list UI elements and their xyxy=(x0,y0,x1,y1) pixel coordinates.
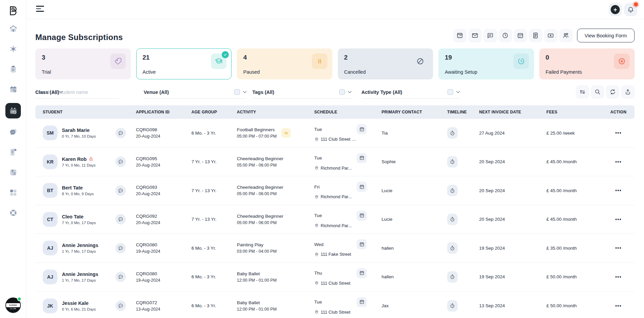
timeline-icon[interactable] xyxy=(447,156,458,168)
sidebar-item-apps[interactable] xyxy=(5,186,21,199)
payment-icon[interactable] xyxy=(544,29,558,42)
sidebar-item-invoices[interactable] xyxy=(5,146,21,159)
filter-dropdown[interactable]: Class (All) xyxy=(35,86,63,99)
add-button[interactable]: + xyxy=(609,3,622,16)
row-actions-button[interactable]: ••• xyxy=(615,130,621,136)
application-id: CQRG072 xyxy=(136,300,187,305)
clock-icon[interactable] xyxy=(499,29,512,42)
sidebar-item-help[interactable] xyxy=(5,206,21,219)
sidebar-item-registers[interactable] xyxy=(5,63,21,76)
filter-checkbox[interactable] xyxy=(448,89,453,95)
user-avatar[interactable]: SUPER CLUB xyxy=(5,297,21,313)
refresh-icon[interactable] xyxy=(606,85,619,99)
chat-icon[interactable] xyxy=(115,156,126,167)
row-actions-button[interactable]: ••• xyxy=(615,217,621,222)
timeline-icon[interactable] xyxy=(447,185,458,196)
table-row: BT Bert Tate 8 Yr, 0 Mo, 9 Days CQRG0932… xyxy=(35,176,635,205)
row-actions-button[interactable]: ••• xyxy=(615,274,621,280)
timeline-icon[interactable] xyxy=(447,214,458,225)
transfer-icon[interactable] xyxy=(576,85,589,99)
avatar-initials: JK xyxy=(47,303,53,309)
stat-card[interactable]: 2 Cancelled xyxy=(338,48,433,79)
sidebar-item-home[interactable] xyxy=(5,22,21,35)
schedule-calendar-icon[interactable] xyxy=(357,124,367,134)
tag-icon xyxy=(114,57,122,65)
invoice-list-icon[interactable] xyxy=(529,29,542,42)
stat-card[interactable]: 19 Awaiting Setup xyxy=(438,48,534,79)
primary-contact: Tia xyxy=(377,131,442,136)
clipboard-icon xyxy=(9,65,18,74)
sidebar-item-settings[interactable] xyxy=(5,42,21,56)
search-icon[interactable] xyxy=(591,85,604,99)
notifications-button[interactable] xyxy=(624,3,637,16)
student-avatar: JK xyxy=(43,298,58,313)
x-circle-icon xyxy=(618,57,626,65)
filter-dropdown-label: Class (All) xyxy=(35,90,59,95)
primary-contact: Lucie xyxy=(377,188,442,193)
chat-icon[interactable] xyxy=(115,128,126,138)
chat-icon[interactable] xyxy=(115,301,126,311)
timeline-icon[interactable] xyxy=(447,300,458,312)
next-invoice-date: 13 Sep 2024 xyxy=(474,303,542,308)
schedule-calendar-icon[interactable] xyxy=(357,153,367,163)
activity-name: Cheerleading Beginner xyxy=(237,185,283,190)
transfer-badge-icon[interactable] xyxy=(281,128,291,138)
stat-label: Paused xyxy=(243,69,260,75)
primary-contact: Lucie xyxy=(377,217,442,222)
view-booking-form-button[interactable]: View Booking Form xyxy=(577,29,635,42)
filter-dropdown[interactable]: Tags (All) xyxy=(252,86,352,99)
age-group: 6 Mo. - 3 Yr. xyxy=(187,131,232,136)
schedule-calendar-icon[interactable] xyxy=(357,268,367,278)
export-icon[interactable] xyxy=(621,85,635,99)
schedule-board-icon[interactable] xyxy=(453,29,467,42)
chat-icon[interactable] xyxy=(115,185,126,196)
row-actions-button[interactable]: ••• xyxy=(615,303,621,309)
comment-icon[interactable] xyxy=(484,29,497,42)
menu-toggle-button[interactable] xyxy=(36,6,44,13)
stat-card[interactable]: 3 Trial xyxy=(35,48,131,79)
timeline-icon[interactable] xyxy=(447,271,458,283)
activity-time: 05:00 PM - 06:00 PM xyxy=(237,163,283,168)
chat-icon[interactable] xyxy=(115,272,126,282)
location-pin-icon xyxy=(314,137,319,142)
stat-card[interactable]: 0 Failed Payments xyxy=(539,48,635,79)
schedule-calendar-icon[interactable] xyxy=(357,297,367,307)
fees: £ 50.00 /month xyxy=(542,303,602,308)
timeline-icon[interactable] xyxy=(447,242,458,254)
customers-icon[interactable] xyxy=(559,29,573,42)
location-pin-icon xyxy=(314,166,319,170)
calendar-icon[interactable] xyxy=(514,29,527,42)
chat-icon[interactable] xyxy=(115,214,126,224)
schedule-calendar-icon[interactable] xyxy=(357,182,367,192)
subscriptions-table: STUDENTAPPLICATION IDAGE GROUPACTIVITYSC… xyxy=(35,105,635,318)
schedule-calendar-icon[interactable] xyxy=(357,211,367,221)
row-actions-button[interactable]: ••• xyxy=(615,188,621,193)
calendar-check-icon xyxy=(9,85,18,94)
row-actions-button[interactable]: ••• xyxy=(615,159,621,165)
sidebar-item-messages[interactable] xyxy=(5,126,21,139)
schedule-location: 111 Club Street … xyxy=(321,137,356,142)
filter-checkbox[interactable] xyxy=(339,89,345,95)
chevron-down-icon xyxy=(348,91,352,93)
student-avatar: SM xyxy=(43,126,58,140)
application-id: CQRG095 xyxy=(136,156,187,161)
timeline-icon[interactable] xyxy=(447,127,458,139)
filter-dropdown[interactable]: Venue (All) xyxy=(144,86,247,99)
manage-subscriptions-screen: SUPER CLUB + Manage Subscriptions xyxy=(0,0,644,318)
sidebar-item-subscriptions[interactable] xyxy=(5,103,21,118)
mail-icon[interactable] xyxy=(468,29,482,42)
filter-checkbox[interactable] xyxy=(234,89,240,95)
stat-card[interactable]: 4 Paused xyxy=(237,48,332,79)
avatar-initials: AJ xyxy=(47,274,53,280)
row-actions-button[interactable]: ••• xyxy=(615,245,621,251)
filter-dropdown[interactable]: Activity Type (All) xyxy=(361,86,460,99)
sidebar-item-bookings[interactable] xyxy=(5,83,21,96)
sidebar-item-leads[interactable] xyxy=(5,166,21,179)
stat-card[interactable]: 21 Active xyxy=(136,48,232,79)
home-icon xyxy=(9,24,18,33)
chat-icon[interactable] xyxy=(115,243,126,253)
app-logo[interactable] xyxy=(6,4,20,17)
schedule-calendar-icon[interactable] xyxy=(357,239,367,249)
sidebar: SUPER CLUB xyxy=(0,0,26,318)
column-header: STUDENT xyxy=(35,110,131,114)
